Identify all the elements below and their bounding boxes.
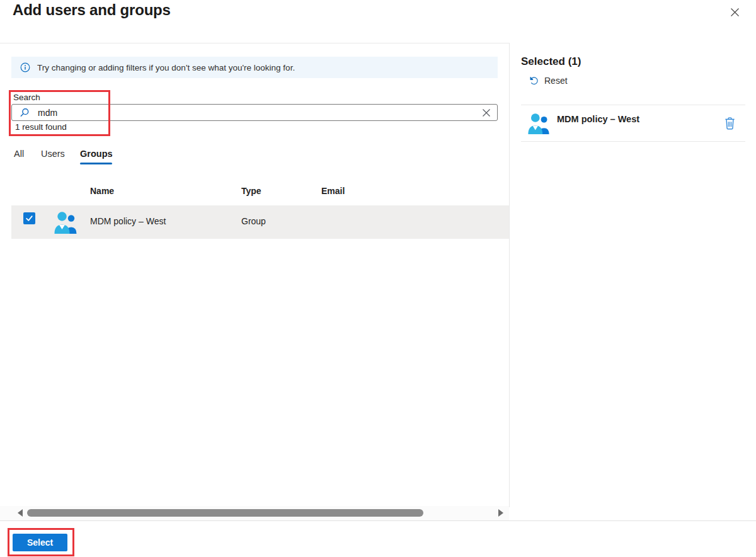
table-row[interactable]: MDM policy – West Group: [11, 205, 509, 239]
row-type: Group: [241, 216, 266, 226]
checkmark-icon: [25, 214, 33, 222]
search-result-count: 1 result found: [15, 122, 67, 132]
group-icon: [527, 112, 551, 135]
page-title: Add users and groups: [13, 1, 171, 19]
info-banner-text: Try changing or adding filters if you do…: [37, 63, 295, 72]
row-checkbox[interactable]: [23, 212, 35, 224]
panel-divider: [509, 43, 510, 507]
selected-item-divider-top: [521, 105, 745, 105]
selected-item-name: MDM policy – West: [557, 114, 639, 124]
search-box[interactable]: [11, 104, 498, 121]
horizontal-scrollbar[interactable]: [0, 506, 509, 520]
footer-divider: [0, 520, 756, 521]
info-icon: [20, 62, 30, 72]
search-input[interactable]: [38, 108, 482, 118]
selected-panel-title: Selected (1): [521, 55, 581, 68]
active-tab-indicator: [80, 163, 112, 164]
row-name: MDM policy – West: [90, 216, 166, 226]
search-icon: [20, 108, 30, 118]
info-banner: Try changing or adding filters if you do…: [11, 57, 498, 78]
tab-all[interactable]: All: [14, 149, 24, 159]
close-icon: [730, 8, 740, 17]
close-button[interactable]: [724, 3, 745, 21]
reset-label: Reset: [544, 76, 568, 86]
clear-search-icon: [482, 108, 491, 117]
tab-groups[interactable]: Groups: [80, 149, 113, 159]
column-header-type[interactable]: Type: [241, 186, 261, 196]
scrollbar-thumb[interactable]: [27, 509, 423, 517]
column-header-email[interactable]: Email: [321, 186, 345, 196]
selected-item-divider-bottom: [521, 141, 745, 142]
header-divider: [0, 43, 509, 43]
search-label: Search: [13, 93, 40, 102]
scroll-left-icon[interactable]: [18, 509, 23, 517]
scroll-right-icon[interactable]: [498, 509, 503, 517]
remove-selected-button[interactable]: [721, 115, 738, 132]
column-header-name[interactable]: Name: [90, 186, 114, 196]
select-button[interactable]: Select: [13, 534, 67, 551]
add-users-groups-dialog: Add users and groups Try changing or add…: [0, 0, 756, 557]
tab-users[interactable]: Users: [41, 149, 65, 159]
undo-icon: [527, 75, 539, 86]
clear-search-button[interactable]: [482, 108, 491, 117]
group-icon: [53, 210, 78, 235]
reset-button[interactable]: Reset: [527, 75, 568, 86]
trash-icon: [724, 117, 736, 130]
